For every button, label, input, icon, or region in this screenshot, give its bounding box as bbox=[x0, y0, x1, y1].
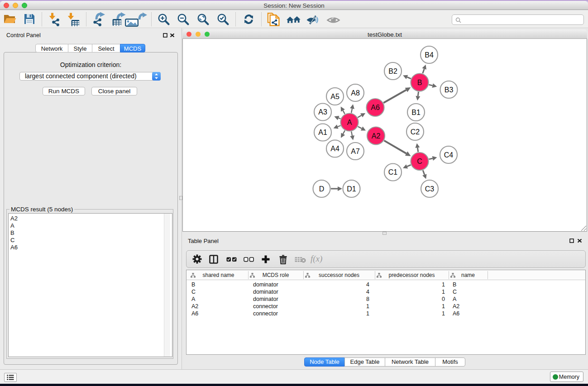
svg-text:B: B bbox=[417, 79, 422, 86]
svg-text:C2: C2 bbox=[411, 128, 420, 136]
svg-text:A8: A8 bbox=[351, 89, 360, 97]
svg-text:B4: B4 bbox=[425, 51, 434, 59]
svg-text:B3: B3 bbox=[445, 86, 454, 94]
svg-text:A2: A2 bbox=[372, 132, 381, 140]
svg-text:A1: A1 bbox=[318, 129, 327, 136]
svg-text:C: C bbox=[417, 157, 422, 165]
svg-text:A4: A4 bbox=[330, 145, 339, 152]
svg-text:D: D bbox=[319, 185, 325, 193]
svg-text:A6: A6 bbox=[371, 104, 380, 111]
svg-text:A5: A5 bbox=[330, 93, 339, 100]
svg-text:B2: B2 bbox=[388, 67, 397, 75]
svg-text:D1: D1 bbox=[347, 185, 356, 193]
svg-text:A3: A3 bbox=[318, 108, 327, 116]
svg-text:A: A bbox=[347, 119, 352, 126]
svg-text:B1: B1 bbox=[411, 109, 421, 116]
svg-text:C1: C1 bbox=[388, 168, 398, 176]
svg-text:C4: C4 bbox=[444, 151, 454, 159]
svg-text:A7: A7 bbox=[351, 148, 360, 155]
svg-text:C3: C3 bbox=[425, 185, 435, 193]
